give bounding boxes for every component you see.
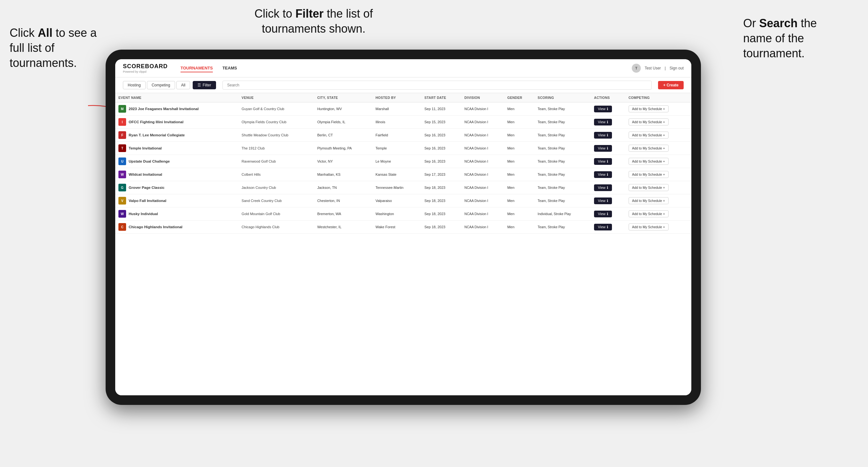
tab-teams[interactable]: TEAMS: [222, 64, 237, 72]
tournaments-table-container: EVENT NAME VENUE CITY, STATE HOSTED BY S…: [115, 93, 691, 395]
sign-out-link[interactable]: Sign out: [670, 66, 684, 70]
add-to-schedule-button-0[interactable]: Add to My Schedule +: [629, 105, 669, 112]
table-row: W Wildcat Invitational Colbert Hills Man…: [115, 168, 691, 181]
create-button[interactable]: + Create: [658, 81, 684, 89]
table-row: V Valpo Fall Invitational Sand Creek Cou…: [115, 194, 691, 208]
cell-competing-2: Add to My Schedule +: [625, 129, 691, 142]
event-name-2: Ryan T. Lee Memorial Collegiate: [129, 133, 185, 137]
cell-event-4: U Upstate Dual Challenge: [115, 155, 239, 168]
cell-hosted-7: Valparaiso: [372, 194, 421, 208]
info-icon-9: ℹ: [607, 225, 608, 229]
cell-scoring-8: Individual, Stroke Play: [534, 208, 591, 221]
table-row: F Ryan T. Lee Memorial Collegiate Shuttl…: [115, 129, 691, 142]
cell-gender-4: Men: [504, 155, 534, 168]
cell-actions-1: View ℹ: [591, 116, 625, 129]
cell-event-1: I OFCC Fighting Illini Invitational: [115, 116, 239, 129]
table-row: C Chicago Highlands Invitational Chicago…: [115, 221, 691, 234]
add-to-schedule-button-4[interactable]: Add to My Schedule +: [629, 158, 669, 165]
event-name-1: OFCC Fighting Illini Invitational: [129, 120, 183, 124]
team-logo-6: G: [118, 184, 126, 191]
info-icon-1: ℹ: [607, 120, 608, 124]
cell-event-2: F Ryan T. Lee Memorial Collegiate: [115, 129, 239, 142]
table-row: T Temple Invitational The 1912 Club Plym…: [115, 142, 691, 155]
competing-tab-btn[interactable]: Competing: [147, 81, 175, 89]
cell-competing-1: Add to My Schedule +: [625, 116, 691, 129]
cell-event-5: W Wildcat Invitational: [115, 168, 239, 181]
view-button-3[interactable]: View ℹ: [594, 145, 612, 152]
cell-city-9: Westchester, IL: [314, 221, 372, 234]
cell-scoring-0: Team, Stroke Play: [534, 102, 591, 116]
add-to-schedule-button-8[interactable]: Add to My Schedule +: [629, 210, 669, 217]
cell-competing-3: Add to My Schedule +: [625, 142, 691, 155]
cell-event-9: C Chicago Highlands Invitational: [115, 221, 239, 234]
header-right: T Test User | Sign out: [632, 64, 684, 73]
view-button-8[interactable]: View ℹ: [594, 211, 612, 217]
event-name-7: Valpo Fall Invitational: [129, 199, 166, 203]
cell-competing-7: Add to My Schedule +: [625, 194, 691, 208]
cell-city-0: Huntington, WV: [314, 102, 372, 116]
cell-hosted-9: Wake Forest: [372, 221, 421, 234]
add-to-schedule-button-5[interactable]: Add to My Schedule +: [629, 171, 669, 178]
view-button-9[interactable]: View ℹ: [594, 224, 612, 230]
cell-date-0: Sep 11, 2023: [421, 102, 461, 116]
header-separator: |: [665, 66, 666, 70]
event-name-8: Husky Individual: [129, 212, 158, 216]
event-name-0: 2023 Joe Feaganes Marshall Invitational: [129, 107, 199, 111]
cell-hosted-8: Washington: [372, 208, 421, 221]
add-to-schedule-button-2[interactable]: Add to My Schedule +: [629, 131, 669, 138]
team-logo-9: C: [118, 223, 126, 231]
view-button-5[interactable]: View ℹ: [594, 171, 612, 178]
annotation-topright: Or Search thename of thetournament.: [743, 16, 859, 61]
add-to-schedule-button-3[interactable]: Add to My Schedule +: [629, 145, 669, 152]
cell-actions-7: View ℹ: [591, 194, 625, 208]
view-button-7[interactable]: View ℹ: [594, 197, 612, 204]
tab-tournaments[interactable]: TOURNAMENTS: [181, 64, 213, 72]
cell-event-3: T Temple Invitational: [115, 142, 239, 155]
add-to-schedule-button-9[interactable]: Add to My Schedule +: [629, 223, 669, 230]
search-input[interactable]: [222, 81, 652, 90]
table-header: EVENT NAME VENUE CITY, STATE HOSTED BY S…: [115, 93, 691, 102]
cell-event-0: M 2023 Joe Feaganes Marshall Invitationa…: [115, 102, 239, 116]
add-to-schedule-button-1[interactable]: Add to My Schedule +: [629, 118, 669, 125]
event-name-5: Wildcat Invitational: [129, 173, 162, 176]
cell-date-3: Sep 16, 2023: [421, 142, 461, 155]
cell-gender-1: Men: [504, 116, 534, 129]
cell-event-7: V Valpo Fall Invitational: [115, 194, 239, 208]
tablet-screen: SCOREBOARD Powered by clippd TOURNAMENTS…: [115, 59, 691, 395]
cell-scoring-6: Team, Stroke Play: [534, 181, 591, 194]
all-tab-btn[interactable]: All: [176, 81, 190, 89]
view-button-4[interactable]: View ℹ: [594, 158, 612, 165]
cell-city-8: Bremerton, WA: [314, 208, 372, 221]
col-gender: GENDER: [504, 93, 534, 102]
view-button-0[interactable]: View ℹ: [594, 105, 612, 112]
app-header: SCOREBOARD Powered by clippd TOURNAMENTS…: [115, 59, 691, 77]
team-logo-7: V: [118, 197, 126, 205]
tournaments-table: EVENT NAME VENUE CITY, STATE HOSTED BY S…: [115, 93, 691, 234]
cell-gender-3: Men: [504, 142, 534, 155]
app-logo-sub: Powered by clippd: [123, 70, 168, 73]
hosting-tab-btn[interactable]: Hosting: [123, 81, 146, 89]
cell-gender-5: Men: [504, 168, 534, 181]
view-button-2[interactable]: View ℹ: [594, 132, 612, 138]
cell-competing-4: Add to My Schedule +: [625, 155, 691, 168]
info-icon-6: ℹ: [607, 186, 608, 190]
col-event-name: EVENT NAME: [115, 93, 239, 102]
cell-division-0: NCAA Division I: [461, 102, 504, 116]
cell-venue-4: Ravenwood Golf Club: [239, 155, 314, 168]
cell-city-4: Victor, NY: [314, 155, 372, 168]
cell-actions-8: View ℹ: [591, 208, 625, 221]
view-button-6[interactable]: View ℹ: [594, 184, 612, 191]
view-button-1[interactable]: View ℹ: [594, 119, 612, 125]
add-to-schedule-button-6[interactable]: Add to My Schedule +: [629, 184, 669, 191]
tablet-device: SCOREBOARD Powered by clippd TOURNAMENTS…: [105, 50, 701, 405]
add-to-schedule-button-7[interactable]: Add to My Schedule +: [629, 197, 669, 204]
cell-actions-2: View ℹ: [591, 129, 625, 142]
cell-actions-9: View ℹ: [591, 221, 625, 234]
cell-venue-5: Colbert Hills: [239, 168, 314, 181]
cell-scoring-9: Team, Stroke Play: [534, 221, 591, 234]
table-row: W Husky Individual Gold Mountain Golf Cl…: [115, 208, 691, 221]
filter-button[interactable]: ☰ Filter: [193, 81, 216, 89]
cell-competing-0: Add to My Schedule +: [625, 102, 691, 116]
cell-city-1: Olympia Fields, IL: [314, 116, 372, 129]
cell-date-5: Sep 17, 2023: [421, 168, 461, 181]
